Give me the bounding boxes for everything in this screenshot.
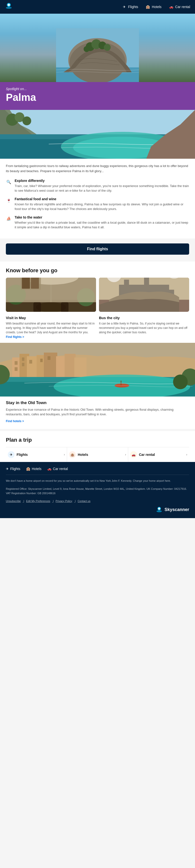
footer-nav-flights[interactable]: ✈ Flights bbox=[6, 467, 20, 471]
footer-nav-car[interactable]: 🚗 Car rental bbox=[47, 467, 68, 471]
svg-point-2 bbox=[7, 4, 10, 6]
old-town-text: Experience the true romance of Palma in … bbox=[6, 407, 189, 417]
old-town-title: Stay in the Old Town bbox=[6, 400, 189, 405]
explore-icon: 🔍 bbox=[6, 179, 12, 185]
plan-hotels[interactable]: 🏨 Hotels › bbox=[67, 447, 128, 462]
nav-car-rental[interactable]: 🚗 Car rental bbox=[169, 4, 190, 9]
old-town-image bbox=[0, 343, 195, 397]
svg-text:✈: ✈ bbox=[10, 453, 13, 457]
footer-flights-icon: ✈ bbox=[6, 467, 9, 471]
car-rental-icon: 🚗 bbox=[169, 4, 174, 9]
water-content: Take to the water Whether you'd like to … bbox=[15, 215, 189, 230]
svg-rect-54 bbox=[29, 360, 32, 364]
plan-hotels-label: Hotels bbox=[78, 453, 123, 457]
footer: ✈ Flights 🏨 Hotels 🚗 Car rental We don't… bbox=[0, 462, 195, 518]
svg-text:🚗: 🚗 bbox=[132, 453, 136, 457]
food-desc: Known for its vibrant nightlife and alfr… bbox=[15, 202, 189, 212]
feature-explore: 🔍 Explore differently Train, car, bike? … bbox=[6, 179, 189, 193]
svg-point-64 bbox=[173, 375, 188, 389]
castle-svg bbox=[99, 278, 189, 312]
footer-privacy[interactable]: Privacy Policy bbox=[55, 500, 76, 502]
explore-title: Explore differently bbox=[15, 179, 189, 183]
plan-car-chevron: › bbox=[186, 453, 187, 456]
svg-rect-56 bbox=[47, 356, 50, 360]
plan-trip-section: Plan a trip ✈ Flights › 🏨 Hotels › bbox=[0, 431, 195, 462]
bus-city-text: It can be a little lively in Palma. So, … bbox=[99, 321, 189, 335]
visit-may-caption: Visit in May With beautiful sunshine all… bbox=[6, 316, 96, 339]
footer-registered: Registered Office: Skyscanner Limited, L… bbox=[6, 487, 189, 495]
food-title: Fantastical food and wine bbox=[15, 197, 189, 201]
svg-rect-52 bbox=[22, 358, 24, 361]
coastal-svg bbox=[0, 110, 195, 159]
water-title: Take to the water bbox=[15, 215, 189, 219]
plan-car-icon: 🚗 bbox=[130, 451, 137, 458]
cafe-image bbox=[6, 278, 96, 312]
visit-may-link[interactable]: Find flights > bbox=[6, 335, 24, 339]
find-hotels-link[interactable]: Find hotels > bbox=[6, 420, 24, 423]
svg-rect-55 bbox=[40, 359, 43, 362]
footer-car-icon: 🚗 bbox=[47, 467, 51, 471]
svg-rect-50 bbox=[15, 361, 17, 365]
svg-rect-26 bbox=[61, 302, 69, 312]
castle-image bbox=[99, 278, 189, 312]
feature-food: 🍷 Fantastical food and wine Known for it… bbox=[6, 197, 189, 212]
skyscanner-logo[interactable] bbox=[5, 2, 13, 11]
plan-hotels-chevron: › bbox=[125, 453, 126, 456]
know-before-section: Know before you go bbox=[0, 261, 195, 343]
hotels-icon: 🏨 bbox=[146, 4, 150, 9]
spotlight-banner: Spotlight on... Palma bbox=[0, 82, 195, 110]
water-desc: Whether you'd like to charter a private … bbox=[15, 220, 189, 230]
old-town-caption: Stay in the Old Town Experience the true… bbox=[0, 397, 195, 429]
footer-nav-hotels[interactable]: 🏨 Hotels bbox=[26, 467, 41, 471]
spotlight-title: Palma bbox=[6, 92, 189, 103]
visit-may-text: With beautiful sunshine all year round, … bbox=[6, 321, 96, 335]
intro-text: From tantalizing gastronomic tours to ra… bbox=[6, 163, 189, 174]
plan-flights-icon: ✈ bbox=[8, 451, 15, 458]
intro-section: From tantalizing gastronomic tours to ra… bbox=[0, 159, 195, 239]
grid-captions: Visit in May With beautiful sunshine all… bbox=[0, 316, 195, 343]
footer-nav: ✈ Flights 🏨 Hotels 🚗 Car rental bbox=[6, 467, 189, 475]
explore-content: Explore differently Train, car, bike? Wh… bbox=[15, 179, 189, 193]
plan-flights[interactable]: ✈ Flights › bbox=[6, 447, 67, 462]
footer-hotels-icon: 🏨 bbox=[26, 467, 30, 471]
footer-brand: Skyscanner bbox=[6, 506, 189, 513]
svg-point-1 bbox=[6, 7, 12, 9]
svg-point-11 bbox=[84, 46, 89, 52]
svg-rect-51 bbox=[15, 367, 17, 371]
cafe-svg bbox=[6, 278, 96, 312]
old-town-svg bbox=[0, 343, 195, 397]
svg-point-10 bbox=[104, 44, 111, 51]
visit-may-title: Visit in May bbox=[6, 316, 96, 320]
plan-flights-label: Flights bbox=[16, 453, 62, 457]
svg-rect-29 bbox=[6, 278, 96, 302]
plan-flights-chevron: › bbox=[64, 453, 65, 456]
image-grid bbox=[0, 278, 195, 316]
coastal-image bbox=[0, 110, 195, 159]
explore-desc: Train, car, bike? Whatever your preferre… bbox=[15, 184, 189, 193]
bus-city-caption: Bus the city It can be a little lively i… bbox=[99, 316, 189, 339]
plan-car-label: Car rental bbox=[139, 453, 184, 457]
svg-rect-32 bbox=[31, 278, 39, 288]
plan-hotels-icon: 🏨 bbox=[69, 451, 76, 458]
hero-rock-svg bbox=[56, 28, 139, 82]
water-icon: ⛵ bbox=[6, 216, 12, 222]
footer-edit-prefs[interactable]: Edit My Preferences bbox=[26, 500, 54, 502]
nav-hotels[interactable]: 🏨 Hotels bbox=[146, 4, 162, 9]
svg-point-19 bbox=[23, 117, 31, 125]
svg-text:🏨: 🏨 bbox=[71, 453, 75, 457]
flights-icon: ✈ bbox=[122, 4, 127, 9]
footer-body-text: We don't have a home airport on record f… bbox=[6, 479, 189, 483]
nav-flights[interactable]: ✈ Flights bbox=[122, 4, 138, 9]
footer-unsubscribe[interactable]: Unsubscribe bbox=[6, 500, 24, 502]
feature-water: ⛵ Take to the water Whether you'd like t… bbox=[6, 215, 189, 230]
plan-car-rental[interactable]: 🚗 Car rental › bbox=[128, 447, 189, 462]
top-navigation: ✈ Flights 🏨 Hotels 🚗 Car rental bbox=[0, 0, 195, 14]
svg-point-72 bbox=[156, 510, 162, 512]
bus-city-title: Bus the city bbox=[99, 316, 189, 320]
footer-logo bbox=[156, 506, 163, 513]
hero-image bbox=[0, 14, 195, 82]
footer-contact[interactable]: Contact us bbox=[78, 500, 90, 502]
find-flights-button[interactable]: Find flights bbox=[6, 243, 189, 255]
plan-items: ✈ Flights › 🏨 Hotels › 🚗 C bbox=[6, 447, 189, 462]
svg-rect-25 bbox=[33, 302, 41, 312]
